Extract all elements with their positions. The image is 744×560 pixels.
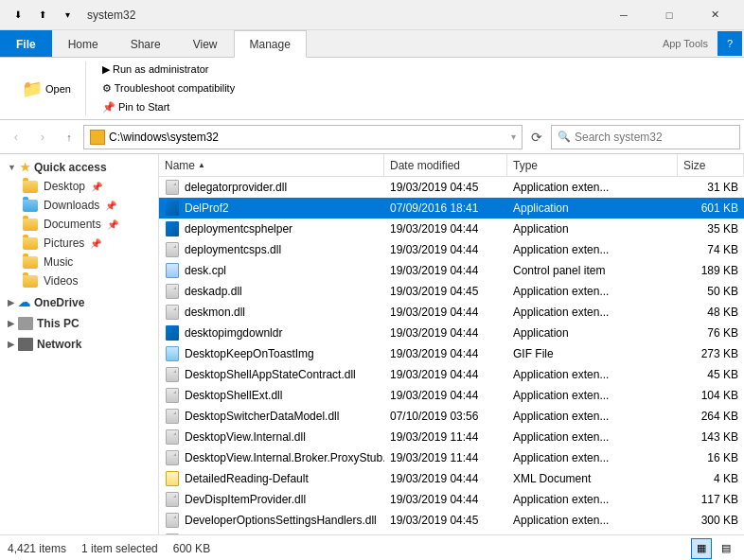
file-name-cell: DeveloperOptionsSettingsHandlers.dll <box>159 511 384 530</box>
ribbon-open-btn[interactable]: 📁 Open <box>15 76 78 102</box>
file-date: 19/03/2019 04:44 <box>390 306 478 319</box>
file-size: 74 KB <box>707 243 738 256</box>
sidebar-section-thispc: ▶ This PC <box>0 314 158 333</box>
minimize-button[interactable]: ─ <box>602 0 646 30</box>
ribbon-compat-btn[interactable]: ⚙ Troubleshoot compatibility <box>96 79 241 97</box>
sidebar-group-network[interactable]: ▶ Network <box>0 335 158 354</box>
header-type[interactable]: Type <box>507 154 678 176</box>
sidebar-item-pictures[interactable]: Pictures 📌 <box>0 234 158 253</box>
table-row[interactable]: DesktopShellAppStateContract.dll 19/03/2… <box>159 364 744 385</box>
maximize-button[interactable]: □ <box>647 0 691 30</box>
header-date[interactable]: Date modified <box>384 154 507 176</box>
close-button[interactable]: ✕ <box>693 0 736 30</box>
table-row[interactable]: deskmon.dll 19/03/2019 04:44 Application… <box>159 302 744 323</box>
title-bar-left: ⬇ ⬆ ▾ system32 <box>8 5 135 26</box>
view-details-button[interactable]: ▦ <box>691 538 712 559</box>
sidebar-item-label: Videos <box>44 274 78 288</box>
onedrive-label: OneDrive <box>34 296 84 309</box>
file-date: 19/03/2019 04:44 <box>390 493 478 506</box>
file-name: deskmon.dll <box>185 306 245 319</box>
file-date-cell: 19/03/2019 11:44 <box>384 449 507 466</box>
forward-button[interactable]: › <box>30 125 55 149</box>
file-type: Application <box>513 326 569 340</box>
table-row[interactable]: deploymentcsphelper 19/03/2019 04:44 App… <box>159 219 744 239</box>
sidebar-group-quick-access[interactable]: ▼ ★ Quick access <box>0 158 158 177</box>
header-size[interactable]: Size <box>678 154 744 176</box>
back-button[interactable]: ‹ <box>4 125 28 149</box>
up-button[interactable]: ↑ <box>57 125 81 149</box>
sidebar-item-videos[interactable]: Videos <box>0 271 158 290</box>
table-row[interactable]: DelProf2 07/09/2016 18:41 Application 60… <box>159 198 744 219</box>
table-row[interactable]: delegatorprovider.dll 19/03/2019 04:45 A… <box>159 177 744 198</box>
tab-home[interactable]: Home <box>52 30 115 57</box>
qa-up-btn[interactable]: ⬆ <box>32 5 53 26</box>
sidebar-item-music[interactable]: Music <box>0 253 158 271</box>
view-list-button[interactable]: ▤ <box>716 538 736 559</box>
file-date-cell: 19/03/2019 04:44 <box>384 220 507 237</box>
sidebar-item-documents[interactable]: Documents 📌 <box>0 215 158 234</box>
file-date-cell: 19/03/2019 04:44 <box>384 470 507 487</box>
ribbon-pin-btn[interactable]: 📌 Pin to Start <box>96 98 241 116</box>
table-row[interactable]: desk.cpl 19/03/2019 04:44 Control panel … <box>159 260 744 281</box>
dll-icon <box>166 409 179 424</box>
file-icon-wrapper <box>165 263 180 278</box>
table-row[interactable]: DesktopSwitcherDataModel.dll 07/10/2019 … <box>159 406 744 427</box>
qa-save-btn[interactable]: ⬇ <box>8 5 28 26</box>
file-type: Application exten... <box>513 181 609 194</box>
tab-file[interactable]: File <box>0 30 52 57</box>
file-name-cell: DetailedReading-Default <box>159 469 384 488</box>
dll-icon <box>166 180 179 195</box>
table-row[interactable]: DesktopView.Internal.dll 19/03/2019 11:4… <box>159 427 744 447</box>
dll-icon <box>166 367 179 382</box>
file-type-cell: Application exten... <box>507 449 678 466</box>
file-size-cell: 143 KB <box>678 429 744 446</box>
header-name[interactable]: Name ▲ <box>159 154 384 176</box>
address-input[interactable] <box>109 131 507 144</box>
file-size: 48 KB <box>707 306 738 319</box>
table-row[interactable]: devenum.dll 19/03/2019 04:45 Application… <box>159 531 744 534</box>
search-input[interactable] <box>575 131 734 144</box>
help-button[interactable]: ? <box>717 31 742 56</box>
file-date: 19/03/2019 04:44 <box>390 222 478 236</box>
file-size: 117 KB <box>701 493 738 506</box>
file-type: Control panel item <box>513 264 605 277</box>
file-type: Application <box>513 201 569 215</box>
sidebar-group-onedrive[interactable]: ▶ ☁ OneDrive <box>0 292 158 312</box>
table-row[interactable]: DesktopView.Internal.Broker.ProxyStub.dl… <box>159 447 744 468</box>
sidebar-item-desktop[interactable]: Desktop 📌 <box>0 177 158 196</box>
table-row[interactable]: desktopimgdownldr 19/03/2019 04:44 Appli… <box>159 323 744 343</box>
tab-share[interactable]: Share <box>115 30 177 57</box>
file-type-cell: Application exten... <box>507 283 678 300</box>
qa-dropdown-btn[interactable]: ▾ <box>57 5 78 26</box>
file-size-cell: 16 KB <box>678 449 744 466</box>
table-row[interactable]: DevDispItemProvider.dll 19/03/2019 04:44… <box>159 489 744 510</box>
table-row[interactable]: DesktopShellExt.dll 19/03/2019 04:44 App… <box>159 385 744 406</box>
tab-view[interactable]: View <box>177 30 234 57</box>
tab-manage[interactable]: Manage <box>234 30 307 58</box>
table-row[interactable]: DetailedReading-Default 19/03/2019 04:44… <box>159 468 744 489</box>
folder-icon-documents <box>23 219 38 231</box>
file-type-cell: Application exten... <box>507 179 678 196</box>
address-bar-area: ‹ › ↑ ▾ ⟳ 🔍 <box>0 120 744 154</box>
table-row[interactable]: deskadp.dll 19/03/2019 04:45 Application… <box>159 281 744 302</box>
sidebar-group-thispc[interactable]: ▶ This PC <box>0 314 158 333</box>
ribbon-run-btn[interactable]: ▶ Run as administrator <box>96 61 241 79</box>
sidebar-item-downloads[interactable]: Downloads 📌 <box>0 196 158 215</box>
file-type: Application exten... <box>513 410 609 423</box>
refresh-button[interactable]: ⟳ <box>524 125 549 149</box>
table-row[interactable]: DesktopKeepOnToastImg 19/03/2019 04:44 G… <box>159 343 744 364</box>
file-type-cell: Application <box>507 200 678 217</box>
table-row[interactable]: deploymentcsps.dll 19/03/2019 04:44 Appl… <box>159 239 744 260</box>
table-row[interactable]: DeveloperOptionsSettingsHandlers.dll 19/… <box>159 510 744 531</box>
app-tools-label: App Tools <box>663 38 708 49</box>
file-type-cell: Application exten... <box>507 533 678 534</box>
file-name: DesktopKeepOnToastImg <box>185 347 314 360</box>
file-type-cell: Application <box>507 324 678 341</box>
file-size: 601 KB <box>701 201 738 215</box>
address-dropdown-icon[interactable]: ▾ <box>511 131 516 142</box>
file-date-cell: 19/03/2019 04:44 <box>384 345 507 362</box>
selected-info: 1 item selected <box>81 542 158 555</box>
file-name-cell: desk.cpl <box>159 261 384 280</box>
file-date-cell: 19/03/2019 04:45 <box>384 179 507 196</box>
ribbon-group-actions: ▶ Run as administrator ⚙ Troubleshoot co… <box>88 61 249 115</box>
